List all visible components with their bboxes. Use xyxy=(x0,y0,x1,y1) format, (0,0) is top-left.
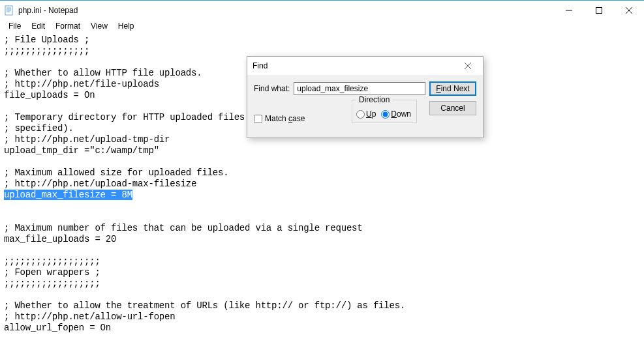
find-close-button[interactable] xyxy=(458,57,478,75)
find-what-label: Find what: xyxy=(254,84,290,93)
find-dialog-body: Find what: Find Next Cancel Direction Up… xyxy=(247,75,483,137)
editor-line: ;;;;;;;;;;;;;;;; xyxy=(4,46,640,57)
editor-line: ; Maximum number of files that can be up… xyxy=(4,223,640,234)
menu-format[interactable]: Format xyxy=(51,20,85,32)
direction-legend: Direction xyxy=(356,95,392,104)
editor-line: allow_url_fopen = On xyxy=(4,323,640,334)
maximize-button[interactable] xyxy=(584,1,614,20)
editor-line: ; File Uploads ; xyxy=(4,35,640,46)
direction-up-radio[interactable] xyxy=(356,110,365,119)
menu-help[interactable]: Help xyxy=(114,20,139,32)
find-dialog: Find Find what: Find Next Cancel Directi… xyxy=(247,56,483,138)
cancel-button[interactable]: Cancel xyxy=(429,101,476,115)
direction-down[interactable]: Down xyxy=(381,109,411,119)
find-dialog-title: Find xyxy=(253,61,268,70)
find-what-input[interactable] xyxy=(294,82,425,95)
match-case[interactable]: Match case xyxy=(254,114,305,123)
editor-line: ;;;;;;;;;;;;;;;;;; xyxy=(4,256,640,267)
editor-line xyxy=(4,245,640,256)
editor-line xyxy=(4,201,640,212)
window-controls xyxy=(554,1,644,20)
menu-file[interactable]: File xyxy=(4,20,25,32)
find-dialog-titlebar: Find xyxy=(247,57,483,75)
match-case-label: Match case xyxy=(265,114,305,123)
direction-up[interactable]: Up xyxy=(356,109,376,119)
minimize-button[interactable] xyxy=(554,1,584,20)
editor-line: upload_tmp_dir ="c:/wamp/tmp" xyxy=(4,145,640,156)
editor-line xyxy=(4,156,640,167)
notepad-icon xyxy=(4,5,14,16)
editor-line: max_file_uploads = 20 xyxy=(4,234,640,245)
close-button[interactable] xyxy=(614,1,644,20)
match-case-checkbox[interactable] xyxy=(254,115,262,123)
svg-rect-6 xyxy=(596,8,602,14)
direction-down-radio[interactable] xyxy=(381,110,390,119)
menu-view[interactable]: View xyxy=(86,20,112,32)
editor-line: ; http://php.net/allow-url-fopen xyxy=(4,311,640,323)
editor-line xyxy=(4,212,640,223)
editor-line: ; http://php.net/upload-max-filesize xyxy=(4,179,640,190)
editor-line: ;;;;;;;;;;;;;;;;;; xyxy=(4,278,640,289)
editor-line: ; Whether to allow the treatment of URLs… xyxy=(4,300,640,311)
window-titlebar: php.ini - Notepad xyxy=(0,1,644,20)
find-next-button[interactable]: Find Next xyxy=(429,81,476,96)
editor-line: ; Maximum allowed size for uploaded file… xyxy=(4,167,640,179)
editor-line: ; Fopen wrappers ; xyxy=(4,267,640,278)
menu-edit[interactable]: Edit xyxy=(27,20,50,32)
editor-line: upload_max_filesize = 8M xyxy=(4,190,640,201)
direction-group: Direction Up Down xyxy=(352,100,417,123)
editor-line xyxy=(4,289,640,300)
window-title: php.ini - Notepad xyxy=(18,6,78,15)
menubar: File Edit Format View Help xyxy=(0,20,644,33)
